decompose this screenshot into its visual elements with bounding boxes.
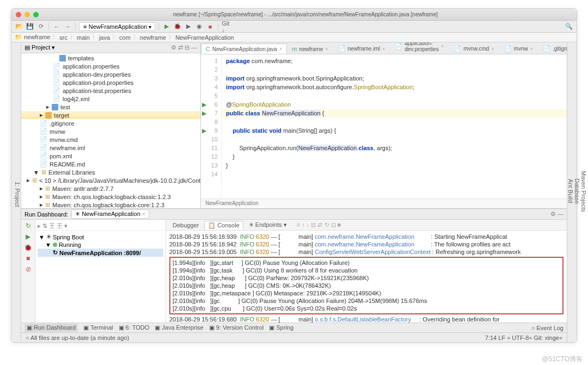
editor-tab[interactable]: 📄 application-dev.properties × bbox=[390, 42, 449, 54]
tree-item[interactable]: ▸ ⊞ Maven: antlr:antlr:2.7.7 bbox=[21, 184, 200, 193]
tree-item[interactable]: ▸ ⊞ Maven: ch.qos.logback:logback-core:1… bbox=[21, 201, 200, 208]
editor-tabs[interactable]: C NewFrameApplication.java ×m newframe ×… bbox=[201, 42, 567, 54]
gear-icon[interactable]: ⚙ bbox=[171, 44, 176, 51]
bottom-tab[interactable]: ▣ 9: Version Control bbox=[209, 324, 264, 331]
tab-endpoints: ✳ Endpoints ▾ bbox=[246, 221, 290, 229]
tree-item[interactable]: ▼ ⊞ External Libraries bbox=[21, 168, 200, 176]
tree-item[interactable]: ▸ ⊞ < 10 > /Library/Java/JavaVirtualMach… bbox=[21, 176, 200, 184]
open-icon[interactable]: 📂 bbox=[15, 22, 23, 31]
event-log-tab: ○ Event Log bbox=[531, 325, 564, 331]
editor-tab[interactable]: 📄 mvnw.cmd × bbox=[449, 43, 499, 54]
status-bar: ○ All files are up-to-date (a minute ago… bbox=[21, 332, 567, 342]
crumb[interactable]: 📁 newframe bbox=[15, 33, 58, 41]
tree-item[interactable]: 📄 README.md bbox=[21, 160, 200, 168]
minimize-icon[interactable]: — bbox=[191, 44, 197, 51]
project-pane: ▤ Project ▾ ⚙ ⇄ ⊟ — templates 📄 applicat… bbox=[21, 42, 201, 208]
tree-item[interactable]: 📄 application-dev.properties bbox=[21, 70, 200, 78]
tree-item[interactable]: ▸ test bbox=[21, 103, 200, 111]
editor-breadcrumb[interactable]: NewFrameApplication bbox=[201, 199, 567, 208]
watermark: @51CTO博客 bbox=[542, 355, 583, 364]
editor: C NewFrameApplication.java ×m newframe ×… bbox=[201, 42, 567, 208]
bottom-tab[interactable]: ▣ Java Enterprise bbox=[155, 324, 203, 331]
right-tool-stripe[interactable]: Ant BuildDatabaseMaven ProjectsBean Vali… bbox=[567, 42, 577, 342]
crumb[interactable]: NewFrameApplication bbox=[175, 34, 236, 41]
run-panel: Run Dashboard: ✳ NewFrameApplication × ⚙… bbox=[21, 208, 567, 323]
tree-item[interactable]: 📄 .gitignore bbox=[21, 119, 200, 127]
tree-item[interactable]: ▸ ⊞ Maven: ch.qos.logback:logback-classi… bbox=[21, 193, 200, 201]
navigation-breadcrumb: 📁 newframesrcmainjavacomnewframeNewFrame… bbox=[11, 33, 577, 42]
crumb[interactable]: newframe bbox=[140, 33, 174, 41]
crumb[interactable]: java bbox=[99, 33, 118, 41]
crumb[interactable]: com bbox=[119, 33, 139, 41]
editor-tab[interactable]: 📄 mvnw × bbox=[499, 43, 538, 54]
window-title: newframe [~/SpringSpace/newframe] - .../… bbox=[39, 11, 572, 17]
maximize-window-icon[interactable] bbox=[33, 12, 39, 17]
bottom-tab[interactable]: ▣ 6: TODO bbox=[119, 324, 150, 331]
refresh-icon[interactable]: ⟳ bbox=[36, 22, 45, 31]
tree-item[interactable]: 📄 application-prod.properties bbox=[21, 78, 200, 86]
back-icon[interactable]: ← bbox=[52, 22, 61, 31]
title-bar: newframe [~/SpringSpace/newframe] - .../… bbox=[11, 9, 577, 21]
bottom-tab[interactable]: ▣ Spring bbox=[269, 324, 293, 331]
tree-item[interactable]: 📄 mvnw.cmd bbox=[21, 135, 200, 144]
gear-icon[interactable]: ⚙ — bbox=[550, 211, 564, 218]
crumb[interactable]: main bbox=[77, 33, 98, 41]
run-tab[interactable]: ✳ NewFrameApplication × bbox=[71, 209, 149, 219]
vcs-icon[interactable]: Git ↓ bbox=[222, 22, 230, 31]
editor-tab[interactable]: 📄 newframe.iml × bbox=[333, 43, 390, 54]
tree-item[interactable]: 📄 log4j2.xml bbox=[21, 95, 200, 103]
save-icon[interactable]: 💾 bbox=[26, 22, 34, 31]
stop-icon[interactable]: ■ bbox=[206, 22, 215, 31]
close-window-icon[interactable] bbox=[16, 12, 21, 17]
gutter[interactable]: 12345▶6▶78▶91011121314 bbox=[201, 54, 222, 199]
main-toolbar: 📂 💾 ⟳ ← → ✳ NewFrameApplication ▾ ▶ 🐞 ▶ … bbox=[11, 21, 577, 33]
run-tree[interactable]: ▸ ⇅ 王 王 ▾ ▼ ✳ Spring Boot ▼ Running ↻ Ne… bbox=[35, 220, 166, 323]
tree-item[interactable]: templates bbox=[21, 54, 200, 62]
console-tabs[interactable]: Debugger 📋 Console ✳ Endpoints ▾ ≡ ↑ ↓ ⊟… bbox=[166, 220, 567, 231]
search-icon[interactable]: 🔍 bbox=[565, 22, 573, 31]
tree-item[interactable]: 📄 mvnw bbox=[21, 127, 200, 135]
code-area[interactable]: package com.newframe; import org.springf… bbox=[222, 54, 567, 199]
editor-tab[interactable]: m newframe × bbox=[287, 44, 333, 54]
run-config-selector[interactable]: ✳ NewFrameApplication ▾ bbox=[79, 22, 155, 31]
run-panel-title: Run Dashboard: bbox=[24, 211, 68, 218]
project-tree[interactable]: templates 📄 application.properties 📄 app… bbox=[21, 53, 200, 208]
bottom-tool-tabs[interactable]: ▣ Run Dashboard▣ Terminal▣ 6: TODO▣ Java… bbox=[21, 323, 567, 332]
debug-icon[interactable]: 🐞 bbox=[173, 22, 182, 31]
profile-icon[interactable]: ◉ bbox=[195, 22, 204, 31]
project-pane-title[interactable]: ▤ Project ▾ bbox=[24, 44, 55, 51]
tree-item[interactable]: 📄 newframe.iml bbox=[21, 144, 200, 152]
bottom-tab[interactable]: ▣ Terminal bbox=[83, 324, 113, 331]
coverage-icon[interactable]: ▶ bbox=[184, 22, 193, 31]
hide-icon[interactable]: ⊟ bbox=[185, 44, 189, 51]
forward-icon[interactable]: → bbox=[63, 22, 72, 31]
collapse-icon[interactable]: ⇄ bbox=[178, 44, 183, 51]
tab-console: 📋 Console bbox=[204, 221, 243, 230]
run-icon[interactable]: ▶ bbox=[162, 22, 171, 31]
close-icon: ⊘ bbox=[26, 265, 31, 273]
editor-tab[interactable]: C NewFrameApplication.java × bbox=[201, 44, 287, 54]
editor-tab[interactable]: 📄 .gitignore × bbox=[538, 43, 567, 54]
tree-item[interactable]: 📄 pom.xml bbox=[21, 152, 200, 160]
tab-debugger: Debugger bbox=[169, 221, 202, 229]
tree-item[interactable]: 📄 application.properties bbox=[21, 62, 200, 70]
bottom-tab[interactable]: ▣ Run Dashboard bbox=[24, 324, 78, 332]
tree-item[interactable]: ▸ target bbox=[21, 111, 200, 119]
crumb[interactable]: src bbox=[59, 33, 76, 41]
tree-item[interactable]: 📄 application-test.properties bbox=[21, 86, 200, 95]
console-output[interactable]: 2018-08-29 15:56:18.939 INFO 6320 --- [ … bbox=[166, 231, 567, 323]
minimize-window-icon[interactable] bbox=[24, 12, 30, 17]
